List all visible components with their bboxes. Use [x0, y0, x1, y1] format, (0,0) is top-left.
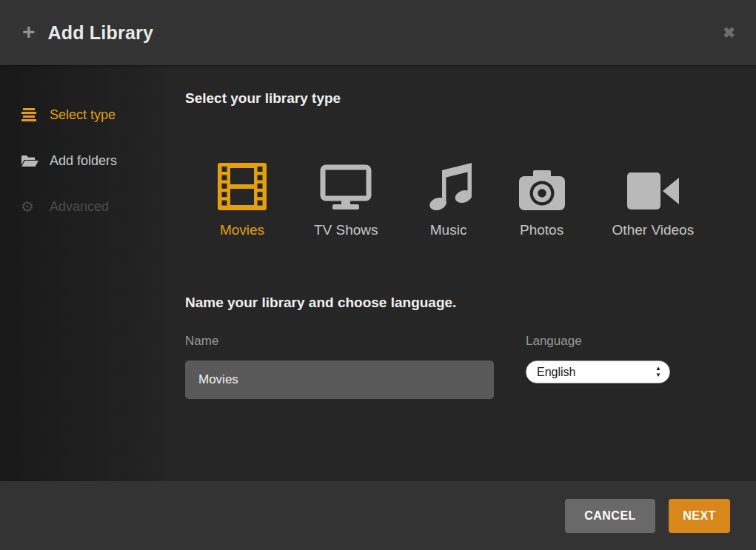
- add-library-dialog: + Add Library ✖ Select type: [0, 0, 756, 550]
- name-section-heading: Name your library and choose language.: [185, 295, 756, 311]
- language-selected-value: English: [537, 366, 655, 379]
- select-stepper-icon: ▲ ▼: [655, 366, 661, 378]
- name-label: Name: [185, 333, 494, 349]
- language-field-group: Language English ▲ ▼: [526, 333, 670, 399]
- tv-monitor-icon: [320, 157, 372, 210]
- video-camera-icon: [627, 157, 679, 210]
- language-select[interactable]: English ▲ ▼: [526, 360, 670, 383]
- dialog-title: Add Library: [48, 22, 154, 44]
- type-tile-movies[interactable]: Movies: [218, 157, 267, 238]
- type-tile-music[interactable]: Music: [426, 157, 472, 238]
- fields-row: Name Language English ▲ ▼: [185, 333, 756, 399]
- film-strip-icon: [218, 157, 267, 210]
- folder-open-icon: [21, 155, 40, 167]
- sidebar-item-label: Add folders: [50, 153, 117, 169]
- language-label: Language: [526, 333, 670, 349]
- type-tile-other-videos[interactable]: Other Videos: [612, 157, 695, 238]
- list-lines-icon: [21, 108, 40, 121]
- type-tile-tv-shows[interactable]: TV Shows: [314, 157, 378, 238]
- type-label: TV Shows: [314, 222, 378, 238]
- plus-icon: +: [22, 21, 36, 43]
- sidebar-item-select-type[interactable]: Select type: [0, 92, 164, 138]
- music-note-icon: [426, 157, 472, 210]
- sidebar: Select type Add folders ⚙ Advanced: [0, 65, 164, 481]
- chevron-up-icon: ▲: [655, 366, 661, 372]
- library-type-row: Movies TV Shows: [218, 157, 756, 238]
- type-label: Movies: [220, 222, 264, 238]
- type-label: Music: [430, 222, 467, 238]
- sidebar-item-label: Select type: [50, 107, 116, 123]
- chevron-down-icon: ▼: [655, 372, 661, 378]
- sidebar-item-advanced[interactable]: ⚙ Advanced: [0, 184, 164, 229]
- type-section-heading: Select your library type: [185, 90, 756, 107]
- dialog-footer: CANCEL NEXT: [0, 481, 756, 550]
- camera-icon: [519, 157, 565, 210]
- name-field-group: Name: [185, 333, 494, 399]
- dialog-header: + Add Library ✖: [0, 0, 756, 65]
- type-label: Photos: [520, 222, 563, 238]
- cancel-button[interactable]: CANCEL: [565, 499, 655, 533]
- sidebar-item-label: Advanced: [50, 199, 109, 215]
- dialog-body: Select type Add folders ⚙ Advanced: [0, 65, 756, 481]
- close-icon[interactable]: ✖: [723, 25, 735, 40]
- type-label: Other Videos: [612, 222, 695, 238]
- main-content: Select your library type: [164, 65, 756, 481]
- library-name-input[interactable]: [185, 360, 494, 399]
- type-tile-photos[interactable]: Photos: [519, 157, 565, 238]
- next-button[interactable]: NEXT: [669, 499, 730, 533]
- sidebar-item-add-folders[interactable]: Add folders: [0, 138, 164, 184]
- gear-icon: ⚙: [21, 199, 40, 214]
